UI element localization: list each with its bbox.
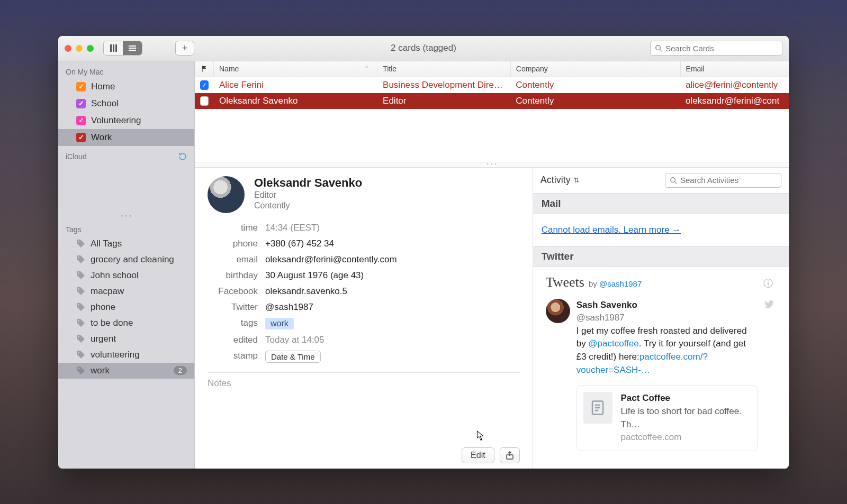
link-card-title: Pact Coffee <box>621 392 751 405</box>
sidebar-split-handle[interactable]: ● ● ● <box>58 214 194 219</box>
field-value-email[interactable]: oleksandr@ferini@contently.com <box>265 254 520 265</box>
checkbox-icon: ✓ <box>76 133 86 142</box>
svg-line-13 <box>675 181 677 184</box>
chevron-updown-icon: ⇅ <box>574 177 579 184</box>
tweet-mention-link[interactable]: @pactcoffee <box>588 338 638 349</box>
sidebar-tag-john-school[interactable]: John school <box>58 268 194 283</box>
sidebar-section-on-my-mac[interactable]: On My Mac <box>58 66 194 78</box>
notes-field[interactable]: Notes <box>208 378 520 389</box>
svg-point-9 <box>78 352 79 353</box>
sidebar-tag-work[interactable]: work 2 <box>58 363 194 379</box>
card-list: Name˄ Title Company Email ✓ Alice Ferini… <box>195 61 789 168</box>
list-row[interactable]: ✓ Alice Ferini Business Development Dire… <box>195 77 789 93</box>
twitter-bird-icon <box>764 299 778 451</box>
minimize-window-button[interactable] <box>76 45 83 52</box>
sidebar-list-school[interactable]: ✓School <box>58 95 194 112</box>
activity-twitter-heading: Twitter <box>533 246 789 267</box>
sidebar-tag-urgent[interactable]: urgent <box>58 331 194 347</box>
field-label-birthday: birthday <box>208 270 258 281</box>
column-header-company[interactable]: Company <box>511 61 681 77</box>
svg-point-12 <box>671 177 675 182</box>
sidebar-tag-phone[interactable]: phone <box>58 299 194 315</box>
activity-mail-heading: Mail <box>533 193 789 214</box>
search-cards-field[interactable] <box>650 41 782 56</box>
sidebar-section-icloud[interactable]: iCloud <box>58 150 194 163</box>
sidebar-tag-volunteering[interactable]: volunteering <box>58 347 194 363</box>
list-row[interactable]: Oleksandr Savenko Editor Contently oleks… <box>195 93 789 109</box>
tag-chip-work[interactable]: work <box>265 318 294 329</box>
tag-icon <box>76 350 85 359</box>
field-value-twitter[interactable]: @sash1987 <box>265 302 520 313</box>
tweets-title: Tweets <box>546 274 584 290</box>
sidebar-item-label: All Tags <box>91 239 122 249</box>
svg-point-0 <box>656 45 661 50</box>
sidebar-tag-macpaw[interactable]: macpaw <box>58 283 194 299</box>
sidebar-heading-label: iCloud <box>66 152 87 161</box>
svg-point-6 <box>78 304 79 306</box>
contact-job-title: Editor <box>254 190 362 201</box>
search-activities-field[interactable] <box>665 173 781 188</box>
sidebar-item-label: Volunteering <box>91 115 141 126</box>
sidebar-list-volunteering[interactable]: ✓Volunteering <box>58 112 194 129</box>
column-header-flag[interactable] <box>195 61 214 77</box>
row-checkbox[interactable] <box>200 96 209 106</box>
tweet-item[interactable]: Sash Savenko @sash1987 I get my coffee f… <box>533 292 789 451</box>
share-button[interactable] <box>500 447 520 463</box>
column-header-title[interactable]: Title <box>377 61 511 77</box>
cell-title: Editor <box>377 93 510 109</box>
search-cards-input[interactable] <box>665 44 778 53</box>
stamp-date-time-button[interactable]: Date & Time <box>265 351 321 363</box>
search-activities-input[interactable] <box>680 176 781 185</box>
sort-ascending-icon: ˄ <box>365 66 372 72</box>
checkbox-icon: ✓ <box>76 99 86 108</box>
link-card-subtitle: Life is too short for bad coffee. Th… <box>621 405 751 431</box>
column-header-name[interactable]: Name˄ <box>214 61 377 77</box>
cell-email: alice@ferini@contently <box>680 77 789 93</box>
fullscreen-window-button[interactable] <box>87 45 94 52</box>
checkbox-icon: ✓ <box>76 82 86 91</box>
column-header-email[interactable]: Email <box>681 61 789 77</box>
field-label-stamp: stamp <box>208 351 258 363</box>
sidebar-item-label: urgent <box>91 334 116 344</box>
sidebar-tag-grocery[interactable]: grocery and cleaning <box>58 252 194 268</box>
sidebar-list-home[interactable]: ✓Home <box>58 78 194 95</box>
tag-icon <box>76 255 85 264</box>
titlebar: + 2 cards (tagged) <box>58 36 789 61</box>
activity-dropdown[interactable]: Activity⇅ <box>540 175 579 186</box>
mail-error-link[interactable]: Cannot load emails. Learn more → <box>542 225 681 235</box>
tweet-text: I get my coffee fresh roasted and delive… <box>576 325 758 377</box>
tweets-by-handle-link[interactable]: @sash1987 <box>599 279 642 288</box>
view-mode-segmented <box>103 41 142 56</box>
main-area: Name˄ Title Company Email ✓ Alice Ferini… <box>195 61 789 469</box>
sidebar-list-work[interactable]: ✓Work <box>58 129 194 146</box>
sidebar-item-label: to be done <box>91 318 133 328</box>
cell-company: Contently <box>510 93 680 109</box>
row-checkbox[interactable]: ✓ <box>200 80 209 90</box>
field-label-facebook: Facebook <box>208 286 258 297</box>
add-card-button[interactable]: + <box>175 41 194 56</box>
link-card-domain: pactcoffee.com <box>621 431 751 444</box>
list-detail-split-handle[interactable]: ● ● ● <box>195 162 789 167</box>
tag-icon <box>76 239 85 248</box>
tweet-link-card[interactable]: Pact Coffee Life is too short for bad co… <box>576 385 758 451</box>
contact-card: Oleksandr Savenko Editor Contently time … <box>195 168 533 469</box>
field-label-edited: edited <box>208 335 258 345</box>
contact-company: Contently <box>254 200 362 212</box>
sidebar-tag-all[interactable]: All Tags <box>58 236 194 252</box>
sidebar-item-label: macpaw <box>91 286 124 297</box>
view-list-button[interactable] <box>123 41 142 55</box>
svg-point-5 <box>78 288 79 290</box>
tweets-by-label: by @sash1987 <box>589 279 642 288</box>
view-columns-button[interactable] <box>104 41 123 55</box>
info-icon[interactable]: ⓘ <box>763 277 780 290</box>
contact-name: Oleksandr Savenko <box>254 176 362 190</box>
app-window: + 2 cards (tagged) On My Mac ✓Home ✓Scho… <box>58 36 789 469</box>
sidebar-section-tags[interactable]: Tags <box>58 223 194 236</box>
field-value-phone[interactable]: +380 (67) 452 34 <box>265 239 520 249</box>
checkbox-icon: ✓ <box>76 116 86 125</box>
field-value-facebook[interactable]: oleksandr.savenko.5 <box>265 286 520 297</box>
refresh-icloud-button[interactable] <box>178 152 187 161</box>
edit-button[interactable]: Edit <box>462 447 494 463</box>
close-window-button[interactable] <box>65 45 71 52</box>
sidebar-tag-to-be-done[interactable]: to be done <box>58 315 194 331</box>
